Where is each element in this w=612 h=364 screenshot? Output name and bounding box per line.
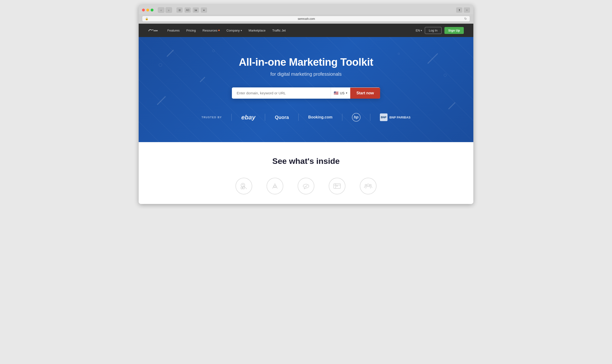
trusted-divider-5: [370, 114, 370, 121]
signup-button[interactable]: Sign Up: [444, 27, 464, 34]
trusted-divider-4: [342, 114, 342, 121]
feature-competitive: [360, 178, 377, 195]
nav-right: EN ▾ Log In Sign Up: [416, 27, 464, 34]
svg-point-10: [365, 184, 367, 186]
lower-section: See what's inside: [139, 142, 473, 204]
bnpparibas-logo: BNP BNP PARIBAS: [380, 114, 410, 121]
trusted-by-section: TRUSTED BY ebay Quora Booking.com hp BNP…: [148, 113, 464, 122]
browser-actions: ⬆ +: [456, 7, 470, 13]
address-bar[interactable]: 🔒 semrush.com ↻: [142, 16, 470, 22]
reload-button[interactable]: ↻: [464, 17, 467, 21]
country-label: US: [340, 91, 344, 95]
close-button[interactable]: [142, 9, 145, 12]
company-chevron: ▾: [241, 29, 242, 32]
section-title: See what's inside: [148, 156, 464, 166]
minimize-button[interactable]: [146, 9, 149, 12]
bnp-icon: BNP: [380, 114, 388, 121]
us-flag-icon: 🇺🇸: [334, 91, 339, 95]
browser-toolbar: 🔒 semrush.com ↻: [139, 14, 473, 24]
svg-point-5: [274, 186, 276, 187]
competitive-icon: [360, 178, 377, 195]
login-button[interactable]: Log In: [425, 27, 442, 34]
hero-content: All-in-one Marketing Toolkit for digital…: [148, 56, 464, 122]
tab-bar: ⊞ AD |◈ ●: [177, 7, 439, 13]
browser-window: ‹ › ⊞ AD |◈ ● ⬆ + 🔒 semrush.com ↻: [139, 5, 473, 204]
website-content: SEMRUSH Features Pricing Resources Compa…: [139, 24, 473, 204]
svg-text:SEMRUSH: SEMRUSH: [153, 30, 158, 32]
extension-other[interactable]: ●: [201, 7, 207, 13]
share-button[interactable]: ⬆: [456, 7, 462, 13]
semrush-logo-icon: SEMRUSH: [148, 27, 158, 33]
trusted-divider-2: [265, 114, 265, 121]
content-icon: [267, 178, 283, 195]
trusted-label: TRUSTED BY: [202, 116, 222, 119]
new-tab-button[interactable]: +: [464, 7, 470, 13]
ebay-logo: ebay: [241, 114, 255, 121]
browser-titlebar: ‹ › ⊞ AD |◈ ● ⬆ +: [139, 5, 473, 14]
lock-icon: 🔒: [145, 17, 149, 20]
trusted-divider-1: [231, 114, 232, 121]
feature-icons-row: [148, 178, 464, 195]
svg-rect-3: [241, 187, 242, 189]
extension-semrush[interactable]: |◈: [193, 7, 199, 13]
nav-resources[interactable]: Resources: [203, 29, 220, 32]
seo-icon: [235, 178, 252, 195]
back-button[interactable]: ‹: [158, 7, 164, 13]
social-icon: [298, 178, 314, 195]
feature-content: [267, 178, 283, 195]
hero-subtitle: for digital marketing professionals: [148, 71, 464, 77]
hero-section: All-in-one Marketing Toolkit for digital…: [139, 37, 473, 142]
bnp-text: BNP PARIBAS: [389, 116, 410, 119]
resources-dot: [218, 30, 220, 31]
url-text: semrush.com: [150, 17, 463, 21]
nav-buttons: ‹ ›: [158, 7, 172, 13]
trusted-divider-3: [298, 114, 299, 121]
lang-chevron-icon: ▾: [421, 29, 422, 32]
start-now-button[interactable]: Start now: [350, 88, 380, 99]
window-controls: [142, 9, 153, 12]
forward-button[interactable]: ›: [165, 7, 172, 13]
feature-advertising: [329, 178, 345, 195]
search-input[interactable]: [232, 88, 331, 98]
maximize-button[interactable]: [151, 9, 153, 12]
hp-logo: hp: [352, 113, 361, 122]
feature-social: [298, 178, 314, 195]
svg-line-2: [244, 187, 247, 189]
booking-logo: Booking.com: [308, 115, 332, 119]
svg-rect-6: [334, 184, 340, 188]
feature-seo: [235, 178, 252, 195]
advertising-icon: [329, 178, 345, 195]
nav-links: Features Pricing Resources Company ▾ Mar…: [167, 29, 416, 32]
nav-features[interactable]: Features: [167, 29, 179, 32]
nav-trafficjet[interactable]: Traffic Jet: [272, 29, 286, 32]
nav-pricing[interactable]: Pricing: [186, 29, 196, 32]
hero-title: All-in-one Marketing Toolkit: [148, 56, 464, 68]
nav-company[interactable]: Company ▾: [226, 29, 242, 32]
logo-link[interactable]: SEMRUSH: [148, 27, 158, 33]
language-selector[interactable]: EN ▾: [416, 29, 422, 32]
country-chevron-icon: ▾: [346, 91, 347, 95]
tab-grid-button[interactable]: ⊞: [177, 7, 183, 13]
site-navigation: SEMRUSH Features Pricing Resources Compa…: [139, 24, 473, 37]
svg-point-11: [370, 184, 371, 186]
extension-adblocker[interactable]: AD: [185, 7, 191, 13]
country-selector[interactable]: 🇺🇸 US ▾: [331, 87, 350, 99]
hero-search-form: 🇺🇸 US ▾ Start now: [232, 87, 380, 99]
quora-logo: Quora: [275, 115, 289, 120]
nav-marketplace[interactable]: Marketplace: [249, 29, 266, 32]
